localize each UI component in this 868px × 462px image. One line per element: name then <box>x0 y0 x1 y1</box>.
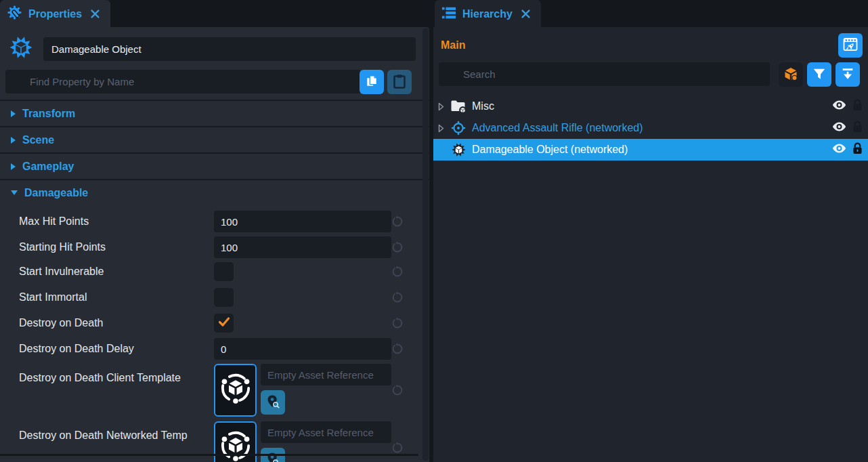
reset-icon[interactable] <box>391 266 404 278</box>
orange-cube-icon <box>783 66 799 84</box>
section-gameplay[interactable]: Gameplay <box>0 155 429 177</box>
field-destroy-on-death-delay: Destroy on Death Delay <box>19 338 418 360</box>
scrollbar[interactable] <box>422 28 429 461</box>
networked-template-icon <box>217 428 254 462</box>
reset-icon[interactable] <box>391 317 404 329</box>
field-destroy-on-death: Destroy on Death <box>19 314 418 333</box>
lock-icon[interactable] <box>852 142 863 157</box>
asset-reference-input[interactable] <box>261 364 391 385</box>
field-start-invulnerable: Start Invulnerable <box>19 262 418 281</box>
destroy-on-death-delay-input[interactable] <box>214 338 391 360</box>
section-scene[interactable]: Scene <box>0 129 429 151</box>
hierarchy-tree: Misc <box>433 96 868 161</box>
divider <box>0 100 429 101</box>
section-transform-label: Transform <box>22 108 75 120</box>
field-label: Destroy on Death Networked Temp <box>19 421 214 442</box>
arrow-down-to-line-icon <box>840 66 855 83</box>
gear-wrench-icon <box>7 5 22 23</box>
close-icon[interactable] <box>91 9 100 18</box>
lock-icon[interactable] <box>852 121 863 135</box>
close-icon[interactable] <box>521 9 530 18</box>
asset-reference-input[interactable] <box>261 421 391 443</box>
pin-search-icon <box>265 394 280 411</box>
asset-template-slot[interactable] <box>214 421 257 462</box>
field-label: Start Invulnerable <box>19 266 214 278</box>
expand-chevron-icon[interactable] <box>438 102 446 111</box>
row-tools <box>832 99 863 114</box>
reset-icon[interactable] <box>391 291 404 303</box>
tab-properties[interactable]: Properties <box>0 0 110 28</box>
pin-search-icon <box>265 452 280 462</box>
field-label: Start Immortal <box>19 291 214 303</box>
find-asset-button[interactable] <box>261 390 285 415</box>
field-label: Destroy on Death Delay <box>19 343 214 355</box>
lock-icon[interactable] <box>852 99 863 114</box>
collapse-all-button[interactable] <box>836 62 860 87</box>
launch-scene-button[interactable] <box>838 33 863 58</box>
divider <box>0 152 429 154</box>
chevron-right-icon <box>11 137 16 144</box>
reset-icon[interactable] <box>391 442 404 454</box>
divider <box>0 126 429 127</box>
object-name-input[interactable] <box>43 37 416 61</box>
divider <box>0 454 418 456</box>
start-invulnerable-checkbox[interactable] <box>214 262 234 281</box>
clipboard-icon <box>393 74 406 91</box>
tree-row-damageable-object[interactable]: Damageable Object (networked) <box>433 139 868 161</box>
tree-row-label: Damageable Object (networked) <box>472 144 628 156</box>
networked-template-icon <box>217 371 254 410</box>
expand-chevron-icon[interactable] <box>438 124 446 133</box>
reset-icon[interactable] <box>391 215 404 228</box>
property-search-input[interactable] <box>5 70 361 93</box>
divider <box>0 179 429 180</box>
field-label: Destroy on Death Client Template <box>19 364 214 384</box>
copy-icon <box>364 74 379 91</box>
reset-icon[interactable] <box>391 384 404 396</box>
template-view-button[interactable] <box>779 62 803 87</box>
reset-icon[interactable] <box>391 241 404 253</box>
copy-properties-button[interactable] <box>360 70 384 94</box>
field-destroy-on-death-networked-template: Destroy on Death Networked Temp <box>19 421 418 462</box>
hierarchy-search-input[interactable] <box>439 62 770 86</box>
asset-reference-column <box>261 421 391 462</box>
field-start-immortal: Start Immortal <box>19 288 418 307</box>
starting-hit-points-input[interactable] <box>214 236 391 258</box>
chevron-right-icon <box>11 163 16 170</box>
row-tools <box>832 142 863 157</box>
field-destroy-on-death-client-template: Destroy on Death Client Template <box>19 364 418 417</box>
destroy-on-death-checkbox[interactable] <box>214 314 234 333</box>
hierarchy-panel: Main <box>433 27 868 462</box>
max-hit-points-input[interactable] <box>214 211 391 232</box>
paste-properties-button[interactable] <box>387 70 412 94</box>
visibility-eye-icon[interactable] <box>832 121 846 135</box>
scene-name-label: Main <box>441 39 465 51</box>
damageable-fields: Max Hit Points Starting Hit Points Start… <box>0 204 429 462</box>
visibility-eye-icon[interactable] <box>832 143 846 156</box>
object-name-row <box>0 27 429 66</box>
field-label: Destroy on Death <box>19 317 214 329</box>
checkmark-icon <box>219 317 230 329</box>
visibility-eye-icon[interactable] <box>832 100 846 113</box>
field-label: Starting Hit Points <box>19 241 214 253</box>
section-gameplay-label: Gameplay <box>22 161 74 173</box>
asset-template-slot[interactable] <box>214 364 257 417</box>
tree-row-label: Advanced Assault Rifle (networked) <box>472 122 643 134</box>
tab-properties-label: Properties <box>28 8 82 20</box>
reset-icon[interactable] <box>391 343 404 355</box>
tree-row-misc[interactable]: Misc <box>433 96 868 117</box>
start-immortal-checkbox[interactable] <box>214 288 234 307</box>
tab-hierarchy[interactable]: Hierarchy <box>435 0 541 28</box>
field-max-hit-points: Max Hit Points <box>19 211 418 232</box>
clapperboard-rocket-icon <box>842 37 859 55</box>
hierarchy-search-row <box>439 62 863 87</box>
tree-row-advanced-assault-rifle[interactable]: Advanced Assault Rifle (networked) <box>433 117 868 139</box>
tab-hierarchy-label: Hierarchy <box>462 8 513 20</box>
folder-icon <box>450 99 466 114</box>
damageable-object-icon <box>8 35 34 62</box>
section-damageable[interactable]: Damageable <box>0 182 429 204</box>
field-label: Max Hit Points <box>19 215 214 228</box>
section-transform[interactable]: Transform <box>0 102 429 125</box>
section-damageable-label: Damageable <box>24 187 88 199</box>
property-search-row <box>5 70 424 94</box>
filter-button[interactable] <box>807 62 831 87</box>
